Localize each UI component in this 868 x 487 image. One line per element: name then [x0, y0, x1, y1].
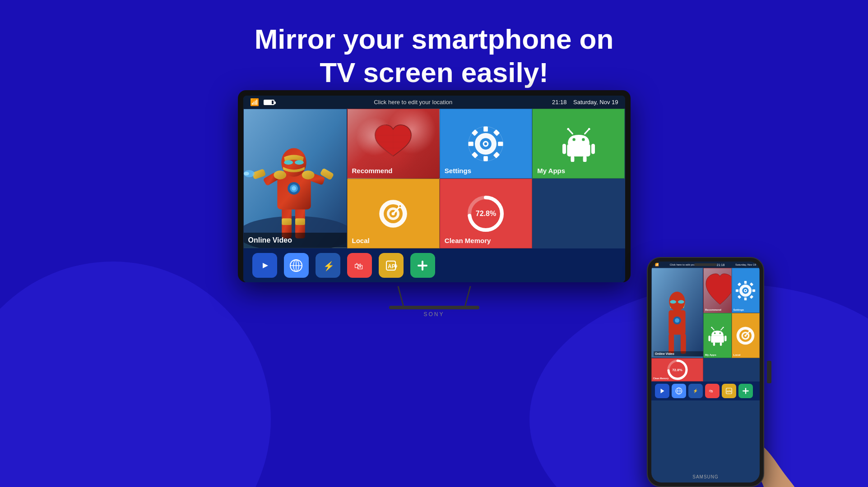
- phone-app-apk[interactable]: APK: [722, 384, 736, 398]
- svg-rect-84: [736, 289, 738, 291]
- svg-rect-82: [744, 280, 747, 283]
- phone-frame: 📶 Click here to edit your location 21:18…: [647, 257, 764, 487]
- wifi-icon: 📶: [250, 98, 259, 106]
- phone-tile-myapps[interactable]: My Apps: [703, 313, 732, 358]
- svg-rect-87: [750, 282, 753, 286]
- svg-line-94: [712, 327, 714, 330]
- app-icon-store[interactable]: 🛍: [347, 253, 372, 278]
- phone-grid: Online Video Recommend: [651, 268, 760, 381]
- phone-tile-recommend[interactable]: Recommend: [703, 268, 732, 313]
- phone-settings-label: Settings: [733, 308, 744, 311]
- tile-recommend[interactable]: Recommend: [347, 109, 440, 179]
- svg-rect-85: [752, 289, 755, 291]
- phone-app-store[interactable]: 🛍: [705, 384, 719, 398]
- gear-icon: [468, 126, 504, 162]
- hdd-icon: [377, 198, 409, 230]
- phone-home-button[interactable]: [767, 361, 771, 383]
- phone-tile-cleanmem[interactable]: 72.8% Clean Memory: [651, 358, 703, 381]
- tv-stand-neck-left: [397, 286, 404, 306]
- svg-rect-31: [493, 129, 500, 136]
- svg-text:🛍: 🛍: [354, 261, 363, 271]
- tv-brand: SONY: [238, 311, 631, 317]
- svg-point-37: [484, 142, 487, 145]
- svg-point-74: [670, 300, 676, 303]
- svg-rect-83: [744, 297, 747, 300]
- svg-text:APK: APK: [727, 390, 732, 393]
- ironman-illustration: [244, 109, 347, 248]
- svg-rect-28: [469, 142, 473, 146]
- svg-rect-45: [562, 144, 566, 154]
- phone-cleanmem-percent: 72.8%: [672, 368, 682, 372]
- tile-online-video[interactable]: Online Video: [243, 109, 347, 248]
- app-icon-play[interactable]: [252, 253, 277, 278]
- phone-heart: [704, 268, 732, 313]
- phone-app-kodi[interactable]: ⚡: [688, 384, 703, 398]
- phone-brand: SAMSUNG: [692, 474, 719, 479]
- app-icon-browser[interactable]: [284, 253, 309, 278]
- svg-rect-47: [571, 156, 574, 162]
- svg-point-97: [723, 326, 724, 328]
- phone-app-play[interactable]: [655, 384, 669, 398]
- svg-point-98: [714, 332, 716, 334]
- phone-ironman: [652, 267, 703, 358]
- tv-datetime: 21:18 Saturday, Nov 19: [552, 99, 618, 106]
- headline-line2: TV screen easily!: [0, 56, 868, 89]
- tv-grid: Online Video: [243, 109, 625, 248]
- app-icon-apk[interactable]: APK: [379, 253, 404, 278]
- phone-tile-settings[interactable]: Settings: [732, 268, 760, 313]
- cleanmem-percent: 72.8%: [476, 210, 496, 218]
- tv-statusbar-left: 📶: [250, 98, 274, 106]
- app-icon-kodi[interactable]: ⚡: [316, 253, 340, 278]
- svg-line-96: [721, 327, 723, 330]
- svg-rect-30: [472, 129, 478, 136]
- progress-ring: 72.8%: [465, 193, 506, 234]
- svg-text:⚡: ⚡: [693, 388, 698, 394]
- headline-line1: Mirror your smartphone on: [0, 23, 868, 56]
- svg-point-16: [302, 170, 314, 179]
- app-icon-plus[interactable]: [410, 253, 435, 278]
- svg-text:🛍: 🛍: [709, 389, 713, 393]
- svg-rect-26: [484, 126, 488, 131]
- phone-android-icon: [707, 326, 728, 346]
- tile-cleanmem[interactable]: 72.8% Clean Memory: [440, 179, 532, 248]
- svg-point-78: [675, 318, 679, 323]
- phone-app-browser[interactable]: [672, 384, 686, 398]
- tile-recommend-label: Recommend: [352, 167, 393, 175]
- svg-rect-89: [750, 295, 753, 299]
- phone-app-plus[interactable]: [738, 384, 753, 398]
- tv-stand-neck-right: [464, 286, 471, 306]
- svg-rect-4: [282, 218, 292, 225]
- phone-tile-ironman[interactable]: Online Video: [651, 268, 703, 358]
- tile-settings[interactable]: Settings: [440, 109, 532, 179]
- svg-point-93: [745, 289, 747, 291]
- svg-rect-27: [484, 156, 488, 161]
- svg-rect-32: [472, 152, 478, 158]
- tile-myapps[interactable]: My Apps: [532, 109, 625, 179]
- svg-rect-102: [724, 335, 726, 341]
- tv-appbar: ⚡ 🛍 APK: [243, 248, 625, 282]
- ironman-bg: [244, 109, 347, 248]
- svg-rect-103: [713, 342, 715, 345]
- phone-wrapper: 📶 Click here to edit your location 21:18…: [633, 257, 787, 487]
- tv-location-text[interactable]: Click here to edit your location: [374, 99, 452, 106]
- svg-point-99: [719, 332, 721, 334]
- tv-stand-base: [389, 306, 479, 309]
- svg-text:APK: APK: [388, 263, 397, 270]
- svg-rect-29: [498, 142, 503, 146]
- svg-point-41: [588, 128, 590, 130]
- phone-wifi-icon: 📶: [655, 263, 659, 266]
- tv-frame: 📶 Click here to edit your location 21:18…: [238, 90, 631, 282]
- svg-line-38: [568, 129, 572, 134]
- tv-statusbar: 📶 Click here to edit your location 21:18…: [243, 96, 625, 109]
- tile-local[interactable]: Local: [347, 179, 440, 248]
- tile-local-label: Local: [352, 237, 370, 244]
- phone-tile-local[interactable]: Local: [732, 313, 760, 358]
- svg-rect-48: [583, 156, 586, 162]
- phone-recommend-label: Recommend: [705, 308, 721, 311]
- tv-time: 21:18: [552, 99, 567, 106]
- svg-point-56: [399, 205, 401, 207]
- phone-myapps-label: My Apps: [705, 354, 716, 356]
- android-icon: [561, 126, 597, 162]
- headline: Mirror your smartphone on TV screen easi…: [0, 0, 868, 90]
- phone-time: 21:18: [717, 263, 725, 266]
